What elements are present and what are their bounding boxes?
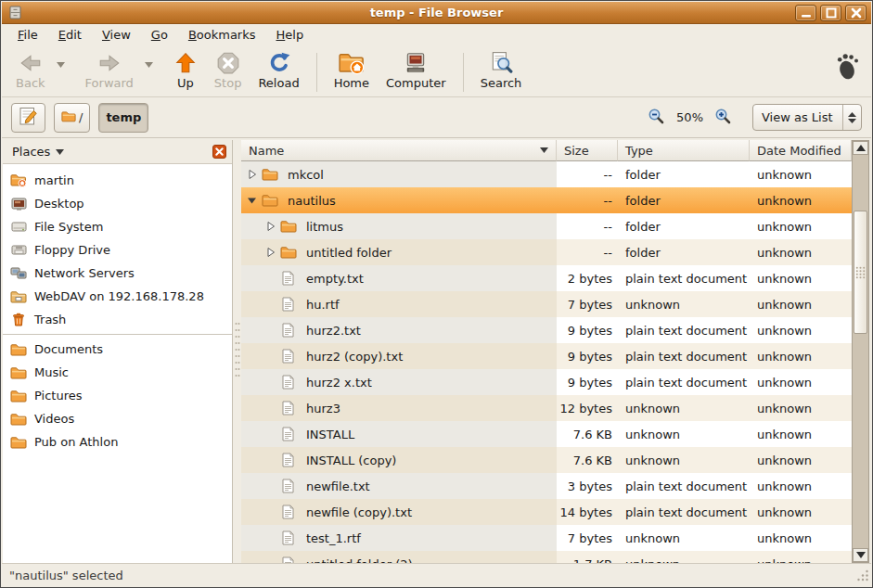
file-row-nautilus[interactable]: nautilus--folderunknown	[241, 187, 852, 213]
text-file-icon	[279, 349, 297, 364]
expander-collapsed-icon[interactable]	[263, 246, 276, 259]
toggle-location-entry-button[interactable]	[11, 103, 45, 133]
file-date: unknown	[750, 525, 852, 551]
forward-history-dropdown[interactable]	[142, 51, 156, 79]
sidebar-item-label: Music	[34, 365, 69, 379]
sidebar-item-webdav-on-192-168-178-28[interactable]: WebDAV on 192.168.178.28	[3, 285, 232, 308]
menu-item-help[interactable]: Help	[266, 25, 315, 45]
column-header-label: Date Modified	[757, 144, 841, 158]
sidebar-item-file-system[interactable]: File System	[3, 215, 232, 238]
scroll-up-button[interactable]	[853, 141, 868, 155]
list-rows: mkcol--folderunknownnautilus--folderunkn…	[241, 161, 852, 563]
menu-item-file[interactable]: File	[7, 25, 48, 45]
zoom-in-button[interactable]	[714, 108, 732, 128]
text-file-icon	[279, 453, 297, 467]
sidebar-item-desktop[interactable]: Desktop	[3, 192, 232, 215]
statusbar: "nautilus" selected	[2, 563, 871, 586]
scroll-down-button[interactable]	[853, 548, 868, 562]
file-date: unknown	[750, 395, 852, 421]
file-size: 12 bytes	[557, 395, 618, 421]
file-row-newfile-txt[interactable]: newfile.txt3 bytesplain text documentunk…	[241, 473, 852, 499]
column-header-type[interactable]: Type	[618, 140, 750, 161]
sidebar-item-pub-on-athlon[interactable]: Pub on Athlon	[3, 430, 232, 454]
file-row-mkcol[interactable]: mkcol--folderunknown	[241, 161, 852, 187]
sidebar-close-button[interactable]	[212, 145, 226, 159]
file-row-hurz2-copy-txt[interactable]: hurz2 (copy).txt9 bytesplain text docume…	[241, 343, 852, 369]
vertical-scrollbar[interactable]	[852, 140, 869, 563]
path-current-button[interactable]: temp	[98, 103, 148, 133]
file-row-test-1-rtf[interactable]: test_1.rtf7 bytesunknownunknown	[241, 525, 852, 551]
menu-item-edit[interactable]: Edit	[48, 25, 92, 45]
toolbar-label: Stop	[214, 76, 242, 90]
floppy-icon	[10, 244, 27, 256]
file-row-hurz2-x-txt[interactable]: hurz2 x.txt9 bytesplain text documentunk…	[241, 369, 852, 395]
file-row-install-copy[interactable]: INSTALL (copy)7.6 KBunknownunknown	[241, 447, 852, 473]
file-size: 9 bytes	[557, 369, 618, 395]
home-folder-icon	[10, 173, 27, 187]
titlebar[interactable]: temp - File Browser	[2, 2, 871, 24]
pane-splitter[interactable]	[233, 140, 241, 563]
expander-expanded-icon[interactable]	[245, 194, 258, 207]
sidebar-item-network-servers[interactable]: Network Servers	[3, 262, 232, 285]
places-dropdown[interactable]: Places	[12, 145, 212, 159]
toolbar-button-reload[interactable]: Reload	[250, 48, 307, 92]
text-file-icon	[279, 271, 297, 286]
menu-label: Go	[151, 28, 168, 42]
folder-icon	[10, 436, 27, 449]
view-mode-combobox[interactable]: View as List	[752, 104, 862, 131]
window-title: temp - File Browser	[2, 6, 871, 19]
file-row-hurz3[interactable]: hurz312 bytesunknownunknown	[241, 395, 852, 421]
toolbar-button-computer[interactable]: Computer	[378, 48, 455, 92]
file-row-empty-txt[interactable]: empty.txt2 bytesplain text documentunkno…	[241, 265, 852, 291]
sidebar-item-music[interactable]: Music	[3, 361, 232, 384]
name-cell: INSTALL	[241, 421, 557, 447]
search-icon	[489, 51, 513, 75]
sidebar-item-videos[interactable]: Videos	[3, 407, 232, 430]
file-row-install[interactable]: INSTALL7.6 KBunknownunknown	[241, 421, 852, 447]
file-row-newfile-copy-txt[interactable]: newfile (copy).txt14 bytesplain text doc…	[241, 499, 852, 525]
file-row-litmus[interactable]: litmus--folderunknown	[241, 213, 852, 239]
sidebar-item-martin[interactable]: martin	[3, 169, 232, 192]
file-row-untitled-folder-2[interactable]: untitled folder (2)1.7 KBunknownunknown	[241, 551, 852, 563]
column-header-name[interactable]: Name	[241, 140, 557, 161]
menu-item-bookmarks[interactable]: Bookmarks	[178, 25, 266, 45]
sidebar-item-documents[interactable]: Documents	[3, 338, 232, 361]
file-name: mkcol	[286, 168, 324, 182]
menu-item-go[interactable]: Go	[141, 25, 178, 45]
folder-icon	[261, 168, 278, 181]
toolbar-label: Computer	[386, 76, 446, 90]
file-row-untitled-folder[interactable]: untitled folder--folderunknown	[241, 239, 852, 265]
toolbar-separator	[463, 53, 464, 92]
file-type: plain text document	[618, 473, 750, 499]
toolbar-button-search[interactable]: Search	[472, 48, 531, 92]
maximize-button[interactable]	[820, 5, 841, 21]
sidebar-item-floppy-drive[interactable]: Floppy Drive	[3, 238, 232, 262]
resize-grip[interactable]	[856, 569, 869, 584]
places-label: Places	[12, 145, 50, 159]
places-sidebar: Places martinDesktopFile SystemFloppy Dr…	[3, 140, 233, 563]
zoom-out-button[interactable]	[648, 108, 665, 128]
expander-collapsed-icon[interactable]	[245, 168, 258, 181]
expander-collapsed-icon[interactable]	[263, 220, 276, 233]
back-history-dropdown[interactable]	[54, 51, 68, 79]
file-row-hu-rtf[interactable]: hu.rtf7 bytesunknownunknown	[241, 291, 852, 317]
file-name: hurz3	[304, 402, 340, 415]
file-row-hurz2-txt[interactable]: hurz2.txt9 bytesplain text documentunkno…	[241, 317, 852, 343]
close-button[interactable]	[845, 5, 867, 21]
column-header-size[interactable]: Size	[557, 140, 618, 161]
path-root-button[interactable]: /	[54, 103, 90, 133]
scrollbar-thumb[interactable]	[854, 211, 867, 334]
sidebar-item-label: Network Servers	[34, 266, 135, 280]
text-file-icon	[279, 505, 297, 519]
name-cell: hurz2 (copy).txt	[241, 343, 557, 369]
column-header-date-modified[interactable]: Date Modified	[750, 140, 852, 161]
sidebar-item-trash[interactable]: Trash	[3, 308, 232, 331]
toolbar-button-home[interactable]: Home	[326, 48, 378, 92]
toolbar-button-up[interactable]: Up	[165, 48, 206, 92]
maximize-icon	[826, 7, 837, 19]
file-type: plain text document	[618, 499, 750, 525]
minimize-button[interactable]	[795, 5, 816, 21]
file-size: 9 bytes	[557, 317, 618, 343]
menu-item-view[interactable]: View	[92, 25, 141, 45]
sidebar-item-pictures[interactable]: Pictures	[3, 384, 232, 407]
